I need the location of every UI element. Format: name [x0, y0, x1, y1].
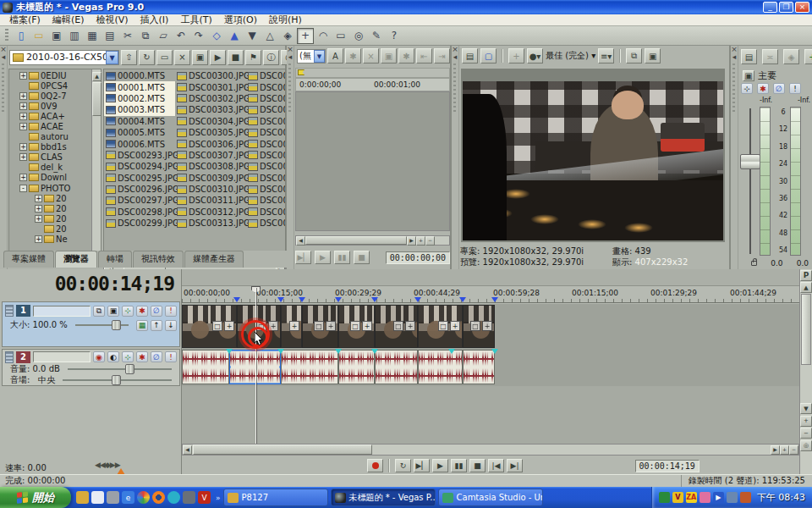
- file-item[interactable]: 00002.MTS: [104, 93, 175, 104]
- file-item[interactable]: 00005.MTS: [104, 127, 175, 138]
- audio-marker-icon[interactable]: [491, 349, 498, 354]
- invert-phase-icon[interactable]: ◐: [107, 351, 119, 362]
- mute-icon[interactable]: ∅: [151, 351, 162, 362]
- event-marker-icon[interactable]: [459, 297, 466, 302]
- event-marker-icon[interactable]: [414, 297, 421, 302]
- track-fx-icon[interactable]: ⊹: [122, 306, 134, 317]
- ignore-grouping-icon[interactable]: ◈: [279, 28, 296, 44]
- grid-overlay-icon[interactable]: ≡▾: [598, 48, 614, 64]
- file-item[interactable]: 00001.MTS: [104, 81, 175, 92]
- capture-video-icon[interactable]: ▦: [84, 28, 101, 44]
- tree-item[interactable]: + 20: [9, 203, 101, 213]
- trimmer-marker-bar[interactable]: [295, 68, 450, 78]
- tree-item[interactable]: 0PCS4: [9, 80, 101, 91]
- tree-item[interactable]: + 20: [9, 213, 101, 224]
- zoom-edit-tool-icon[interactable]: ◎: [350, 28, 367, 44]
- file-item[interactable]: DSC00306.JPG: [175, 138, 246, 149]
- trimmer-remove-icon[interactable]: ×: [363, 48, 379, 64]
- start-preview-icon[interactable]: ▶: [210, 50, 226, 65]
- file-item[interactable]: DSC00294.JPG: [104, 161, 175, 172]
- file-item[interactable]: DSC00312.JPG: [175, 207, 246, 218]
- level-slider[interactable]: [75, 324, 129, 326]
- event-fx-icon[interactable]: +: [405, 321, 415, 331]
- project-properties-icon[interactable]: ▤: [462, 48, 478, 64]
- event-fx-icon[interactable]: +: [289, 321, 299, 331]
- solo-icon[interactable]: !: [165, 351, 177, 362]
- audio-event[interactable]: [375, 350, 418, 384]
- tree-item[interactable]: + 0EDIU: [9, 70, 101, 80]
- project-overview-button[interactable]: P: [800, 270, 812, 281]
- tree-expander-icon[interactable]: +: [19, 102, 27, 110]
- zoom-in-track-icon[interactable]: +: [800, 416, 812, 427]
- zoom-in-icon[interactable]: +: [416, 236, 425, 246]
- track-drag-handle[interactable]: [5, 351, 14, 363]
- file-item[interactable]: 00006.MTS: [104, 138, 175, 149]
- overlay-icon[interactable]: +: [508, 48, 524, 64]
- tree-expander-icon[interactable]: +: [19, 153, 27, 161]
- media-info-icon[interactable]: ⓘ: [263, 50, 279, 65]
- audio-event[interactable]: [463, 350, 495, 384]
- track-name-field[interactable]: [33, 351, 91, 362]
- arm-record-icon[interactable]: ◉: [93, 351, 105, 362]
- minimize-button[interactable]: _: [763, 2, 777, 13]
- master-bus-icon[interactable]: ▣: [743, 70, 754, 81]
- up-one-level-icon[interactable]: ⇧: [121, 50, 137, 65]
- tree-item[interactable]: + ACAE: [9, 121, 101, 131]
- scroll-right-icon[interactable]: ▶: [771, 445, 780, 455]
- file-item[interactable]: DSC00298.JPG: [104, 207, 175, 218]
- audio-event[interactable]: [338, 350, 375, 384]
- file-item[interactable]: DSC00310.JPG: [175, 184, 246, 195]
- pin-panel-icon[interactable]: ◂: [287, 53, 294, 61]
- file-item[interactable]: DSC00299.JPG: [104, 218, 175, 229]
- cursor-timecode[interactable]: 00:00:14;19: [635, 460, 700, 472]
- video-event[interactable]: □+: [302, 305, 338, 348]
- file-item[interactable]: 00000.MTS: [104, 70, 175, 81]
- file-item[interactable]: DSC00297.JPG: [104, 195, 175, 206]
- tree-item[interactable]: + ACA+: [9, 111, 101, 121]
- tray-s-icon[interactable]: [700, 492, 710, 503]
- menu-item[interactable]: 工具(T): [174, 14, 217, 26]
- file-item[interactable]: DSC003: [246, 127, 286, 138]
- volume-slider-thumb[interactable]: [125, 364, 134, 374]
- timeline-big-timecode[interactable]: 00:00:14;19: [55, 273, 174, 295]
- stop-button[interactable]: ■: [469, 459, 486, 472]
- audio-track-lane[interactable]: [182, 349, 799, 386]
- event-pan-crop-icon[interactable]: □: [438, 321, 448, 331]
- event-fx-icon[interactable]: +: [450, 321, 460, 331]
- quicklaunch-pen-icon[interactable]: [107, 491, 119, 504]
- audio-marker-icon[interactable]: [371, 349, 378, 354]
- file-item[interactable]: DSC00303.JPG: [175, 104, 246, 115]
- taskbar-task-button[interactable]: Camtasia Studio - Unti...: [438, 489, 543, 506]
- play-from-start-icon[interactable]: ▶▏: [295, 251, 311, 264]
- tree-expander-icon[interactable]: +: [35, 215, 42, 223]
- insert-bus-icon[interactable]: +: [804, 49, 812, 64]
- tray-antivirus-icon[interactable]: V: [672, 492, 683, 503]
- delete-icon[interactable]: ×: [174, 50, 190, 65]
- dock-tab[interactable]: 媒體產生器: [184, 251, 244, 268]
- video-track-lane[interactable]: □+ □+ + □+ □+ □+ □+ □+: [182, 304, 799, 349]
- tree-expander-icon[interactable]: +: [19, 92, 27, 100]
- audio-marker-icon[interactable]: [226, 349, 233, 354]
- track-name-field[interactable]: [33, 306, 91, 317]
- selection-edit-tool-icon[interactable]: ▭: [332, 28, 349, 44]
- downmix-output-icon[interactable]: ≍: [762, 49, 778, 64]
- track-fx-icon[interactable]: ⊹: [122, 351, 134, 362]
- make-parent-icon[interactable]: ↑: [151, 320, 162, 331]
- file-item[interactable]: DSC00304.JPG: [175, 116, 246, 127]
- timeline-vscroll-thumb[interactable]: [801, 294, 811, 365]
- mute-icon[interactable]: ∅: [773, 83, 785, 94]
- playhead-line[interactable]: [255, 288, 256, 444]
- zoom-tool-icon[interactable]: ◎: [800, 440, 812, 451]
- maximize-button[interactable]: ❐: [779, 2, 793, 13]
- tree-item[interactable]: + CLAS: [9, 152, 101, 163]
- stop-preview-icon[interactable]: ■: [228, 50, 244, 65]
- tree-expander-icon[interactable]: +: [19, 72, 27, 80]
- enable-snapping-icon[interactable]: ◇: [208, 28, 225, 44]
- bus-automation-icon[interactable]: ✱: [757, 83, 769, 94]
- dock-tab[interactable]: 轉場: [98, 251, 132, 268]
- tree-item[interactable]: + 0Q2-7: [9, 91, 101, 101]
- open-icon[interactable]: ▭: [30, 28, 47, 44]
- preview-quality-dropdown[interactable]: 最佳 (完全) ▾: [546, 50, 595, 62]
- trimmer-scrollbar[interactable]: ◀ ▶ + −: [295, 235, 450, 246]
- audio-marker-icon[interactable]: [277, 349, 284, 354]
